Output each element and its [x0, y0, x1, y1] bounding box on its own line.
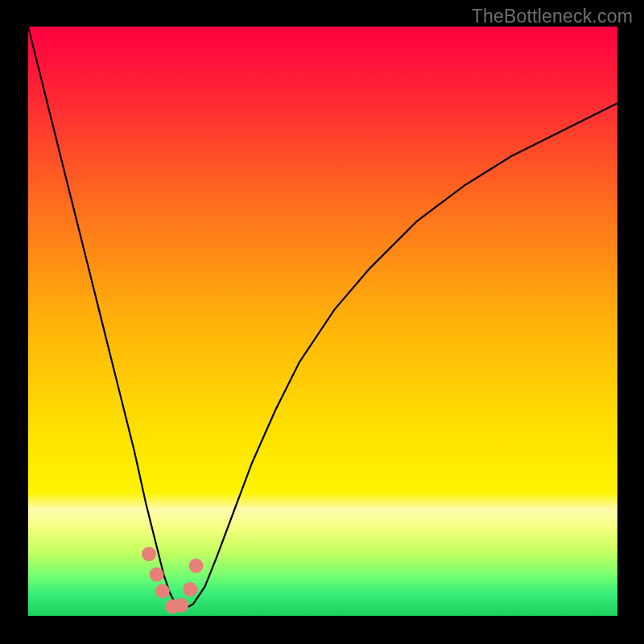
chart-frame: TheBottleneck.com: [0, 0, 644, 644]
highlight-dot: [142, 547, 156, 561]
highlight-dot: [150, 568, 164, 582]
highlight-dot: [189, 559, 204, 573]
plot-area: [28, 27, 617, 616]
bottleneck-curve: [28, 27, 617, 609]
watermark-text: TheBottleneck.com: [472, 6, 633, 27]
highlight-dot: [155, 584, 170, 598]
highlight-dot: [174, 598, 188, 613]
highlight-dot: [183, 582, 197, 597]
curve-svg: [28, 27, 617, 616]
